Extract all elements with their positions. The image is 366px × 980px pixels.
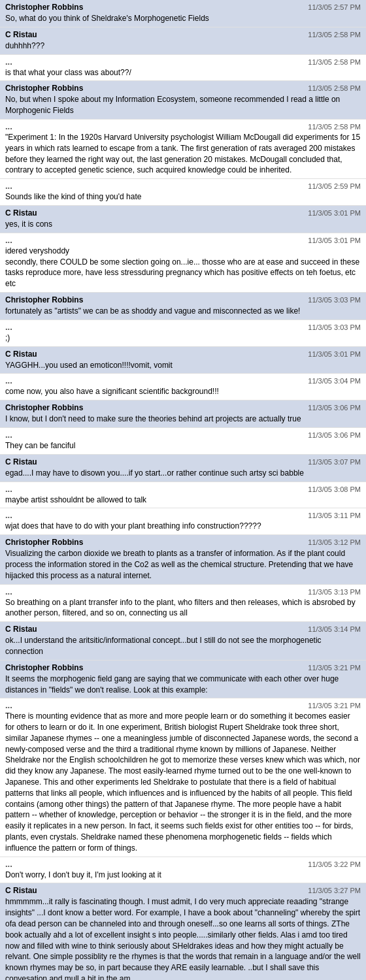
timestamp: 11/3/05 2:58 PM xyxy=(308,123,361,131)
timestamp: 11/3/05 2:58 PM xyxy=(308,84,361,92)
message-text: They can be fanciful xyxy=(5,439,361,451)
message-row: ...11/3/05 2:58 PM"Experiment 1: In the … xyxy=(0,120,366,179)
timestamp: 11/3/05 3:06 PM xyxy=(308,404,361,412)
ellipsis-indicator: ... xyxy=(5,511,12,519)
message-text: Sounds like the kind of thing you'd hate xyxy=(5,190,361,203)
timestamp: 11/3/05 3:07 PM xyxy=(308,458,361,466)
message-text: "Experiment 1: In the 1920s Harvard Univ… xyxy=(5,131,361,176)
sender-name: Christopher Robbins xyxy=(5,84,83,93)
timestamp: 11/3/05 3:01 PM xyxy=(308,237,361,244)
message-text: is that what your class was about??/ xyxy=(5,66,361,78)
message-row: ...11/3/05 3:21 PMThere is mounting evid… xyxy=(0,698,366,857)
message-text: hmmmmm...it rally is fascinating though.… xyxy=(5,895,361,980)
message-row: C Ristau11/3/05 3:27 PMhmmmmm...it rally… xyxy=(0,883,366,980)
ellipsis-indicator: ... xyxy=(5,57,12,66)
timestamp: 11/3/05 3:01 PM xyxy=(308,209,361,217)
ellipsis-indicator: ... xyxy=(5,701,12,710)
message-row: C Ristau11/3/05 3:01 PMYAGGHH...you used… xyxy=(0,347,366,374)
message-text: wjat does that have to do with your plan… xyxy=(5,519,361,532)
message-row: C Ristau11/3/05 3:14 PMok...I understand… xyxy=(0,622,366,661)
timestamp: 11/3/05 3:04 PM xyxy=(308,377,361,385)
message-row: ...11/3/05 3:04 PMcome now, you also hav… xyxy=(0,374,366,400)
message-row: ...11/3/05 3:22 PMDon't worry, I don't b… xyxy=(0,857,366,884)
message-row: C Ristau11/3/05 3:01 PMyes, it is cons xyxy=(0,206,366,233)
sender-name: C Ristau xyxy=(5,350,37,359)
message-row: C Ristau11/3/05 2:58 PMduhhhh??? xyxy=(0,27,366,55)
ellipsis-indicator: ... xyxy=(5,323,12,331)
timestamp: 11/3/05 3:11 PM xyxy=(308,512,361,519)
message-row: ...11/3/05 3:03 PM;) xyxy=(0,320,366,347)
sender-name: Christopher Robbins xyxy=(5,403,83,412)
timestamp: 11/3/05 3:14 PM xyxy=(308,625,361,633)
timestamp: 11/3/05 3:21 PM xyxy=(308,664,361,672)
ellipsis-indicator: ... xyxy=(5,485,12,493)
message-text: No, but when I spoke about my Informatio… xyxy=(5,93,361,116)
message-text: It seems the morphogenic field gang are … xyxy=(5,672,361,696)
sender-name: Christopher Robbins xyxy=(5,663,83,672)
message-row: Christopher Robbins11/3/05 2:58 PMNo, bu… xyxy=(0,81,366,120)
timestamp: 11/3/05 3:21 PM xyxy=(308,702,361,710)
message-text: duhhhh??? xyxy=(5,39,361,52)
message-text: There is mounting evidence that as more … xyxy=(5,710,361,853)
message-text: I know, but I don't need to make sure th… xyxy=(5,412,361,425)
ellipsis-indicator: ... xyxy=(5,376,12,385)
timestamp: 11/3/05 2:58 PM xyxy=(308,58,361,66)
sender-name: C Ristau xyxy=(5,625,37,634)
ellipsis-indicator: ... xyxy=(5,182,12,190)
sender-name: Christopher Robbins xyxy=(5,295,83,304)
ellipsis-indicator: ... xyxy=(5,236,12,244)
timestamp: 11/3/05 3:27 PM xyxy=(308,887,361,894)
message-text: ok...I understand the aritsitic/informat… xyxy=(5,634,361,657)
message-text: YAGGHH...you used an emoticon!!!!vomit, … xyxy=(5,359,361,371)
message-text: ;) xyxy=(5,331,361,344)
timestamp: 11/3/05 3:08 PM xyxy=(308,485,361,493)
timestamp: 11/3/05 2:58 PM xyxy=(308,31,361,39)
message-text: Visualizing the carbon dioxide we breath… xyxy=(5,547,361,581)
timestamp: 11/3/05 3:12 PM xyxy=(308,538,361,546)
ellipsis-indicator: ... xyxy=(5,860,12,868)
timestamp: 11/3/05 3:01 PM xyxy=(308,350,361,358)
timestamp: 11/3/05 2:57 PM xyxy=(308,3,361,11)
message-row: ...11/3/05 3:01 PMidered veryshoddysecon… xyxy=(0,233,366,293)
timestamp: 11/3/05 3:22 PM xyxy=(308,860,361,868)
message-row: ...11/3/05 3:08 PMmaybe artist sshouldnt… xyxy=(0,482,366,509)
sender-name: C Ristau xyxy=(5,30,37,39)
message-row: Christopher Robbins11/3/05 3:12 PMVisual… xyxy=(0,535,366,584)
message-row: ...11/3/05 2:58 PMis that what your clas… xyxy=(0,55,366,82)
message-row: Christopher Robbins11/3/05 3:21 PMIt see… xyxy=(0,661,366,699)
message-text: come now, you also have a significant sc… xyxy=(5,385,361,397)
ellipsis-indicator: ... xyxy=(5,431,12,439)
sender-name: C Ristau xyxy=(5,886,37,895)
timestamp: 11/3/05 3:06 PM xyxy=(308,431,361,439)
ellipsis-indicator: ... xyxy=(5,587,12,596)
message-text: egad....I may have to disown you....if y… xyxy=(5,466,361,479)
sender-name: Christopher Robbins xyxy=(5,538,83,547)
sender-name: C Ristau xyxy=(5,208,37,218)
message-row: ...11/3/05 2:59 PMSounds like the kind o… xyxy=(0,179,366,206)
message-row: ...11/3/05 3:06 PMThey can be fanciful xyxy=(0,428,366,455)
timestamp: 11/3/05 3:03 PM xyxy=(308,296,361,304)
message-text: fortunately as "artists" we can be as sh… xyxy=(5,304,361,317)
message-text: yes, it is cons xyxy=(5,218,361,230)
message-text: So, what do you think of Sheldrake's Mor… xyxy=(5,12,361,24)
timestamp: 11/3/05 3:13 PM xyxy=(308,588,361,596)
message-row: Christopher Robbins11/3/05 3:03 PMfortun… xyxy=(0,293,366,320)
timestamp: 11/3/05 3:03 PM xyxy=(308,323,361,331)
message-row: Christopher Robbins11/3/05 3:06 PMI know… xyxy=(0,400,366,428)
chat-container: Christopher Robbins11/3/05 2:57 PMSo, wh… xyxy=(0,0,366,980)
message-text: idered veryshoddysecondly, there COULD b… xyxy=(5,244,361,289)
message-text: maybe artist sshouldnt be allowed to tal… xyxy=(5,493,361,506)
sender-name: Christopher Robbins xyxy=(5,3,83,12)
message-row: Christopher Robbins11/3/05 2:57 PMSo, wh… xyxy=(0,0,366,27)
sender-name: C Ristau xyxy=(5,457,37,466)
message-row: ...11/3/05 3:11 PMwjat does that have to… xyxy=(0,508,366,535)
message-row: ...11/3/05 3:13 PMSo breathing on a plan… xyxy=(0,585,366,623)
message-text: Don't worry, I don't buy it, I'm just lo… xyxy=(5,868,361,881)
ellipsis-indicator: ... xyxy=(5,122,12,131)
message-text: So breathing on a plant trransfer info t… xyxy=(5,596,361,619)
timestamp: 11/3/05 2:59 PM xyxy=(308,182,361,190)
message-row: C Ristau11/3/05 3:07 PMegad....I may hav… xyxy=(0,455,366,482)
